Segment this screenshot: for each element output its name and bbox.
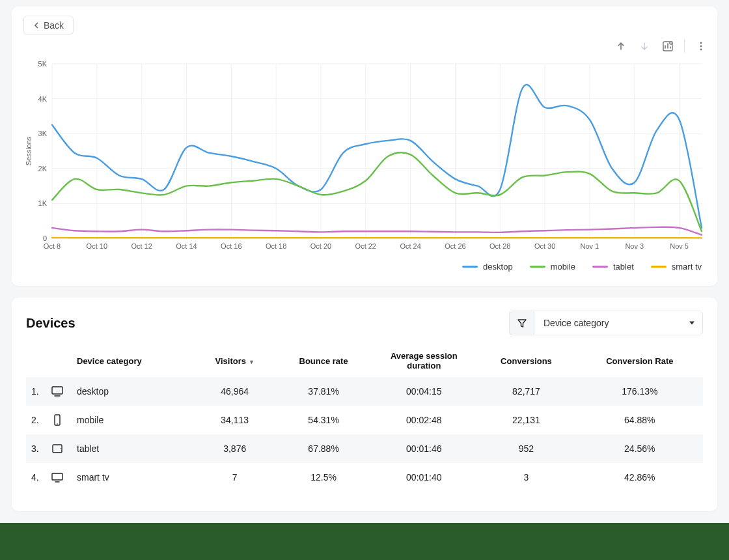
sort-desc-icon: ▼: [249, 359, 254, 365]
svg-point-4: [700, 46, 702, 48]
device-category-select[interactable]: Device category: [534, 311, 703, 335]
col-avg-session[interactable]: Average session duration: [372, 344, 476, 377]
analytics-devices-page: Back 01K2K3K4K5KOct 8Oct 10Oct 12Oct 14O…: [0, 7, 729, 511]
col-icon: [46, 344, 72, 377]
svg-text:1K: 1K: [38, 199, 48, 207]
svg-point-52: [57, 423, 58, 425]
legend-item-tablet[interactable]: tablet: [592, 262, 634, 272]
device-mobile-icon: [46, 406, 72, 434]
devices-table-card: Devices Device category Device category …: [12, 298, 717, 511]
row-number: 2.: [26, 406, 46, 434]
svg-text:Oct 8: Oct 8: [44, 242, 61, 250]
cell-conv-rate: 64.88%: [577, 406, 703, 434]
table-row[interactable]: 4.smart tv712.5%00:01:40342.86%: [26, 463, 703, 492]
cell-avg-session: 00:02:48: [372, 406, 476, 434]
col-device-category[interactable]: Device category: [72, 344, 195, 377]
cell-visitors: 3,876: [195, 434, 275, 463]
svg-text:4K: 4K: [38, 95, 48, 103]
row-number: 4.: [26, 463, 46, 492]
svg-text:Nov 5: Nov 5: [670, 242, 689, 250]
svg-text:Oct 16: Oct 16: [221, 242, 241, 250]
cell-conv-rate: 24.56%: [577, 434, 703, 463]
device-smarttv-icon: [46, 463, 72, 492]
cell-bounce: 67.88%: [275, 434, 372, 463]
select-value: Device category: [543, 318, 609, 328]
cell-category: smart tv: [72, 463, 195, 492]
svg-text:Oct 14: Oct 14: [176, 242, 197, 250]
filter-icon[interactable]: [509, 311, 534, 335]
legend-swatch: [651, 266, 667, 268]
footer-band: [0, 523, 729, 560]
cell-category: mobile: [72, 406, 195, 434]
cell-conversions: 3: [476, 463, 576, 492]
arrow-up-icon[interactable]: [614, 39, 628, 53]
svg-text:Oct 20: Oct 20: [310, 242, 331, 250]
cell-category: tablet: [72, 434, 195, 463]
sessions-chart-svg: 01K2K3K4K5KOct 8Oct 10Oct 12Oct 14Oct 16…: [23, 60, 706, 255]
table-row[interactable]: 1.desktop46,96437.81%00:04:1582,717176.1…: [26, 377, 703, 406]
col-visitors[interactable]: Visitors▼: [195, 344, 275, 377]
cell-avg-session: 00:04:15: [372, 377, 476, 406]
svg-text:Oct 12: Oct 12: [131, 242, 152, 250]
svg-rect-50: [52, 387, 62, 394]
cell-avg-session: 00:01:40: [372, 463, 476, 492]
svg-point-3: [700, 42, 702, 44]
back-label: Back: [44, 20, 64, 31]
cell-conversions: 22,131: [476, 406, 576, 434]
chart-toolbar: [614, 39, 708, 53]
svg-text:Oct 10: Oct 10: [87, 242, 107, 250]
device-tablet-icon: [46, 434, 72, 463]
cell-conv-rate: 176.13%: [577, 377, 703, 406]
svg-point-5: [700, 49, 702, 51]
device-desktop-icon: [46, 377, 72, 406]
cell-conversions: 952: [476, 434, 576, 463]
arrow-down-icon: [637, 39, 652, 53]
row-number: 3.: [26, 434, 46, 463]
table-row[interactable]: 2.mobile34,11354.31%00:02:4822,13164.88%: [26, 406, 703, 434]
svg-point-54: [60, 448, 61, 449]
legend-swatch: [462, 266, 478, 268]
back-button[interactable]: Back: [23, 16, 74, 35]
more-icon[interactable]: [694, 39, 708, 53]
legend-item-smarttv[interactable]: smart tv: [651, 262, 702, 272]
cell-avg-session: 00:01:46: [372, 434, 476, 463]
svg-text:Oct 26: Oct 26: [445, 242, 465, 250]
cell-conversions: 82,717: [476, 377, 576, 406]
legend-item-desktop[interactable]: desktop: [462, 262, 513, 272]
cell-visitors: 7: [195, 463, 275, 492]
back-icon: [33, 22, 40, 29]
col-conversions[interactable]: Conversions: [476, 344, 576, 377]
devices-table: Device category Visitors▼ Bounce rate Av…: [26, 344, 703, 492]
svg-rect-55: [52, 473, 62, 480]
cell-visitors: 34,113: [195, 406, 275, 434]
filter-group: Device category: [509, 311, 703, 335]
table-header-row: Device category Visitors▼ Bounce rate Av…: [26, 344, 703, 377]
toolbar-divider: [684, 40, 685, 53]
svg-text:3K: 3K: [38, 130, 48, 137]
col-bounce-rate[interactable]: Bounce rate: [275, 344, 372, 377]
table-row[interactable]: 3.tablet3,87667.88%00:01:4695224.56%: [26, 434, 703, 463]
legend-label: tablet: [613, 262, 634, 272]
svg-text:Oct 18: Oct 18: [266, 242, 286, 250]
col-conversion-rate[interactable]: Conversion Rate: [577, 344, 703, 377]
cell-visitors: 46,964: [195, 377, 275, 406]
legend-label: desktop: [483, 262, 513, 272]
legend-item-mobile[interactable]: mobile: [530, 262, 575, 272]
report-icon[interactable]: [661, 39, 675, 53]
svg-text:Nov 3: Nov 3: [625, 242, 644, 250]
sessions-chart: 01K2K3K4K5KOct 8Oct 10Oct 12Oct 14Oct 16…: [23, 60, 706, 255]
cell-bounce: 54.31%: [275, 406, 372, 434]
svg-text:5K: 5K: [38, 60, 48, 68]
devices-title: Devices: [26, 316, 76, 331]
legend-swatch: [592, 266, 608, 268]
svg-text:Sessions: Sessions: [25, 136, 33, 165]
row-number: 1.: [26, 377, 46, 406]
svg-text:Oct 30: Oct 30: [534, 242, 555, 250]
cell-conv-rate: 42.86%: [577, 463, 703, 492]
cell-bounce: 37.81%: [275, 377, 372, 406]
cell-category: desktop: [72, 377, 195, 406]
col-rownum: [26, 344, 46, 377]
legend-label: mobile: [551, 262, 575, 272]
svg-text:Oct 22: Oct 22: [355, 242, 376, 250]
legend-swatch: [530, 266, 545, 268]
